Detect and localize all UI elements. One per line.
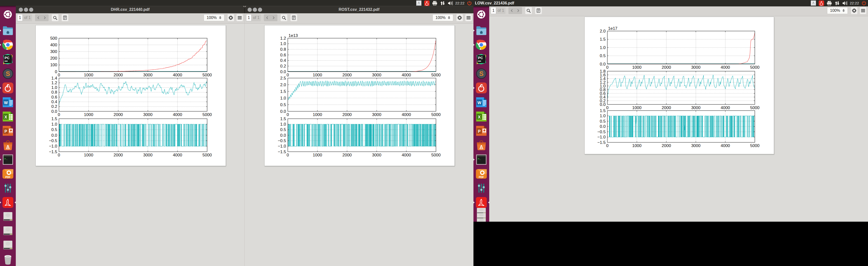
svg-text:1000: 1000 [313,112,322,117]
svg-text:0.4: 0.4 [280,58,286,63]
svg-text:1.8: 1.8 [600,69,606,74]
svg-text:0: 0 [58,112,60,117]
svg-text:2000: 2000 [114,112,123,117]
svg-text:1.5: 1.5 [600,108,606,113]
svg-text:1.5: 1.5 [600,37,606,42]
svg-text:4000: 4000 [402,112,411,117]
svg-text:2.0: 2.0 [280,82,286,87]
svg-text:3000: 3000 [143,73,153,77]
svg-text:1000: 1000 [313,73,322,77]
svg-text:−1.0: −1.0 [278,144,286,148]
svg-text:5000: 5000 [203,112,212,117]
svg-text:0.0: 0.0 [51,133,57,138]
svg-text:200: 200 [50,56,57,61]
svg-text:0.8: 0.8 [280,47,286,52]
svg-text:1.0: 1.0 [280,96,286,100]
svg-text:3000: 3000 [691,143,701,148]
svg-text:0: 0 [606,143,608,148]
svg-text:0: 0 [55,69,57,74]
svg-text:4000: 4000 [173,73,182,77]
svg-text:0.8: 0.8 [51,90,57,95]
svg-text:0.5: 0.5 [280,102,286,107]
svg-text:1000: 1000 [632,65,642,70]
svg-text:3000: 3000 [691,105,701,110]
svg-text:4000: 4000 [173,112,182,117]
svg-text:−0.5: −0.5 [597,130,606,134]
svg-text:4000: 4000 [402,73,411,77]
svg-text:5000: 5000 [431,73,441,77]
svg-text:3000: 3000 [143,112,153,117]
svg-text:0: 0 [286,73,289,77]
svg-text:3000: 3000 [143,153,153,157]
svg-text:0: 0 [286,112,289,117]
svg-text:4000: 4000 [402,153,411,157]
svg-text:2.5: 2.5 [280,76,286,80]
svg-text:0.0: 0.0 [280,69,286,74]
svg-text:0.0: 0.0 [51,109,57,114]
svg-text:5000: 5000 [431,153,441,157]
svg-text:2000: 2000 [114,153,123,157]
svg-text:1.0: 1.0 [51,122,57,127]
svg-text:1.0: 1.0 [600,113,606,118]
svg-text:3000: 3000 [372,73,381,77]
svg-text:0.4: 0.4 [51,100,57,104]
svg-text:−1.0: −1.0 [49,144,57,148]
svg-text:400: 400 [50,43,57,47]
svg-text:4000: 4000 [720,105,730,110]
svg-text:2.0: 2.0 [600,29,606,33]
svg-text:2000: 2000 [342,153,352,157]
svg-text:1000: 1000 [632,105,642,110]
svg-text:4000: 4000 [720,143,730,148]
svg-text:1e17: 1e17 [608,26,617,31]
svg-text:2000: 2000 [342,112,352,117]
svg-text:2000: 2000 [661,143,671,148]
svg-text:5000: 5000 [431,112,441,117]
svg-text:0.0: 0.0 [280,133,286,138]
svg-text:0.6: 0.6 [280,53,286,57]
svg-text:3000: 3000 [691,65,701,70]
svg-text:1000: 1000 [313,153,322,157]
svg-text:−0.5: −0.5 [49,138,57,143]
svg-text:1.5: 1.5 [280,89,286,94]
svg-text:2000: 2000 [342,73,352,77]
svg-text:1000: 1000 [632,143,642,148]
svg-text:−1.5: −1.5 [49,149,57,154]
svg-text:1000: 1000 [84,153,93,157]
svg-text:0.0: 0.0 [280,109,286,114]
svg-text:4000: 4000 [720,65,730,70]
svg-text:1.5: 1.5 [280,117,286,121]
svg-text:0.5: 0.5 [600,119,606,124]
svg-text:0.5: 0.5 [600,54,606,58]
svg-text:−0.5: −0.5 [278,138,286,143]
svg-text:1.4: 1.4 [51,76,57,80]
svg-text:300: 300 [50,49,57,54]
svg-text:0.6: 0.6 [51,95,57,100]
svg-text:500: 500 [50,36,57,41]
svg-text:0.5: 0.5 [51,127,57,132]
svg-text:−1.5: −1.5 [597,140,606,145]
svg-text:4000: 4000 [173,153,182,157]
svg-text:1000: 1000 [84,73,93,77]
svg-text:1.2: 1.2 [280,36,286,41]
svg-text:0: 0 [606,105,608,110]
svg-text:5000: 5000 [750,65,760,70]
svg-text:1.2: 1.2 [51,80,57,85]
svg-text:0.5: 0.5 [280,127,286,132]
svg-text:100: 100 [50,63,57,67]
svg-text:2000: 2000 [661,65,671,70]
svg-text:1e13: 1e13 [288,33,298,38]
svg-text:1.0: 1.0 [600,45,606,50]
svg-text:1.0: 1.0 [280,41,286,46]
svg-text:1.5: 1.5 [51,117,57,121]
svg-text:5000: 5000 [750,105,760,110]
svg-text:3000: 3000 [372,112,381,117]
svg-text:−1.0: −1.0 [597,135,606,139]
svg-text:0: 0 [58,73,60,77]
svg-text:1.0: 1.0 [51,85,57,90]
svg-text:5000: 5000 [203,153,212,157]
svg-text:0: 0 [286,153,289,157]
svg-text:2000: 2000 [114,73,123,77]
svg-text:0.2: 0.2 [51,104,57,109]
svg-text:0.0: 0.0 [600,124,606,129]
svg-text:0: 0 [606,65,608,70]
